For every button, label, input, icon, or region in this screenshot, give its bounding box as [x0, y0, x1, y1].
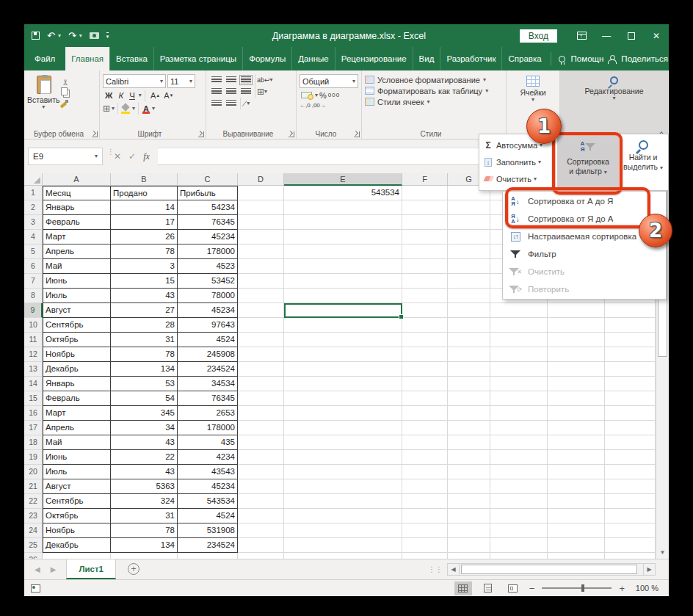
column-header-F[interactable]: F	[402, 173, 448, 186]
row-header-20[interactable]: 20	[24, 465, 43, 479]
enter-icon[interactable]: ✓	[128, 151, 136, 162]
grid-cell[interactable]: Ноябрь	[43, 347, 111, 362]
grid-cell[interactable]	[490, 333, 548, 347]
grid-cell[interactable]	[548, 465, 605, 479]
grid-cell[interactable]	[238, 553, 284, 559]
grid-cell[interactable]	[238, 244, 284, 259]
grid-cell[interactable]	[402, 200, 448, 215]
align-left-icon[interactable]	[211, 88, 222, 95]
grid-cell[interactable]: 43	[111, 435, 178, 450]
tab-данные[interactable]: Данные	[291, 47, 335, 70]
grid-cell[interactable]	[284, 553, 402, 559]
grid-cell[interactable]	[448, 553, 490, 559]
accounting-format-icon[interactable]	[301, 92, 312, 98]
dialog-launcher-icon[interactable]	[92, 131, 98, 137]
grid-cell[interactable]	[284, 259, 402, 274]
row-header-22[interactable]: 22	[24, 494, 43, 509]
grid-cell[interactable]: Август	[43, 303, 111, 318]
grid-cell[interactable]	[284, 200, 402, 215]
undo-dropdown-icon[interactable]: ▾	[58, 32, 61, 39]
grid-cell[interactable]	[448, 230, 490, 244]
grid-cell[interactable]	[43, 553, 111, 559]
grid-cell[interactable]	[238, 538, 284, 553]
grid-cell[interactable]	[284, 435, 402, 450]
grid-cell[interactable]: 28	[111, 318, 178, 333]
grid-cell[interactable]: 45234	[178, 479, 238, 494]
grid-cell[interactable]: Октябрь	[43, 509, 111, 523]
grid-cell[interactable]	[490, 538, 548, 553]
grid-cell[interactable]: 234524	[178, 538, 238, 553]
grid-cell[interactable]	[284, 362, 402, 377]
row-header-4[interactable]: 4	[24, 230, 43, 244]
grid-cell[interactable]	[490, 479, 548, 494]
grid-cell[interactable]: 5363	[111, 479, 178, 494]
grid-cell[interactable]: Сентябрь	[43, 318, 111, 333]
grid-cell[interactable]: 78	[111, 244, 178, 259]
grid-cell[interactable]	[402, 347, 448, 362]
grid-cell[interactable]	[448, 377, 490, 391]
grid-cell[interactable]	[605, 465, 656, 479]
grid-cell[interactable]	[605, 494, 656, 509]
tab-формулы[interactable]: Формулы	[242, 47, 291, 70]
row-header-5[interactable]: 5	[24, 244, 43, 259]
row-header-14[interactable]: 14	[24, 377, 43, 391]
grid-cell[interactable]	[284, 377, 402, 391]
scroll-right-icon[interactable]: ▶	[643, 563, 656, 576]
font-name-combo[interactable]: Calibri▾	[103, 74, 166, 88]
grid-cell[interactable]	[284, 421, 402, 435]
grid-cell[interactable]: Апрель	[43, 421, 111, 435]
grid-cell[interactable]: Март	[43, 406, 111, 421]
grid-cell[interactable]: Май	[43, 259, 111, 274]
grid-cell[interactable]	[238, 421, 284, 435]
grid-cell[interactable]: 134	[111, 538, 178, 553]
grid-cell[interactable]	[605, 391, 656, 406]
row-header-2[interactable]: 2	[24, 200, 43, 215]
tab-разработчик[interactable]: Разработчик	[440, 47, 501, 70]
maximize-button[interactable]	[619, 24, 644, 47]
grid-cell[interactable]: Февраль	[43, 215, 111, 230]
merge-center-icon[interactable]: ⊞	[257, 87, 264, 96]
format-as-table-button[interactable]: Форматировать как таблицу▾	[365, 85, 503, 96]
grid-cell[interactable]: 78000	[178, 289, 238, 303]
grid-cell[interactable]	[448, 289, 490, 303]
grid-cell[interactable]	[284, 494, 402, 509]
grid-cell[interactable]	[402, 450, 448, 465]
grid-cell[interactable]	[238, 274, 284, 289]
cut-icon[interactable]: ✂	[61, 76, 69, 86]
minimize-button[interactable]: —	[594, 24, 619, 47]
grid-cell[interactable]: 54	[111, 391, 178, 406]
grid-cell[interactable]	[605, 553, 656, 559]
scroll-down-icon[interactable]: ▼	[656, 547, 669, 559]
column-header-B[interactable]: B	[111, 173, 178, 186]
grid-cell[interactable]: 234524	[178, 362, 238, 377]
row-header-11[interactable]: 11	[24, 333, 43, 347]
grid-cell[interactable]: 245908	[178, 347, 238, 362]
row-header-1[interactable]: 1	[24, 186, 43, 200]
grid-cell[interactable]	[448, 347, 490, 362]
grid-cell[interactable]	[448, 303, 490, 318]
new-sheet-button[interactable]: +	[128, 563, 139, 575]
grid-cell[interactable]	[605, 435, 656, 450]
grid-cell[interactable]	[402, 274, 448, 289]
grid-cell[interactable]	[605, 538, 656, 553]
grid-cell[interactable]	[448, 244, 490, 259]
grid-cell[interactable]	[448, 523, 490, 538]
row-header-6[interactable]: 6	[24, 259, 43, 274]
increase-indent-icon[interactable]	[226, 100, 236, 107]
scroll-left-icon[interactable]: ◀	[447, 563, 460, 576]
grid-cell[interactable]: 178000	[178, 244, 238, 259]
row-header-21[interactable]: 21	[24, 479, 43, 494]
grid-cell[interactable]: 78	[111, 347, 178, 362]
sign-in-button[interactable]: Вход	[520, 29, 557, 43]
save-icon[interactable]	[32, 32, 40, 40]
grid-cell[interactable]	[548, 494, 605, 509]
grid-cell[interactable]	[238, 523, 284, 538]
horizontal-scrollbar[interactable]: ⋮⋮ ◀ ▶	[428, 559, 669, 579]
zoom-in-button[interactable]: +	[619, 583, 625, 594]
percent-style-button[interactable]: %	[319, 91, 327, 100]
grid-cell[interactable]	[238, 303, 284, 318]
grid-cell[interactable]: 76345	[178, 215, 238, 230]
grid-cell[interactable]	[284, 479, 402, 494]
chevron-down-icon[interactable]: ▾	[112, 106, 115, 112]
tab-вставка[interactable]: Вставка	[109, 47, 153, 70]
